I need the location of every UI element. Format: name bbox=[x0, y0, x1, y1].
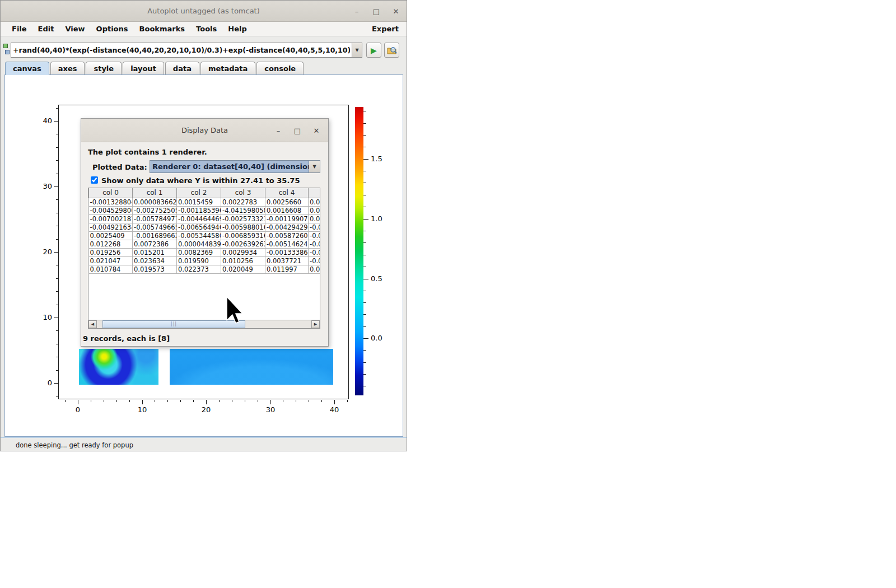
menu-item-help[interactable]: Help bbox=[222, 25, 252, 33]
uri-input[interactable] bbox=[11, 43, 352, 58]
table-col-header[interactable]: col 1 bbox=[133, 188, 177, 198]
scroll-right-icon[interactable]: ▶ bbox=[311, 320, 320, 328]
tab-console[interactable]: console bbox=[256, 62, 304, 75]
table-cell[interactable]: 0.0072386 bbox=[133, 240, 177, 248]
menu-item-options[interactable]: Options bbox=[91, 25, 134, 33]
table-cell[interactable]: -0.004294298... bbox=[265, 223, 309, 231]
tab-data[interactable]: data bbox=[165, 62, 199, 75]
colorbar[interactable] bbox=[355, 107, 363, 395]
table-cell[interactable]: 0.000083662 bbox=[133, 198, 177, 206]
scroll-left-icon[interactable]: ◀ bbox=[88, 320, 97, 328]
go-button[interactable]: ▶ bbox=[366, 43, 381, 58]
title-bar[interactable]: Autoplot untagged (as tomcat) – □ ✕ bbox=[1, 1, 407, 22]
tab-metadata[interactable]: metadata bbox=[200, 62, 255, 75]
table-cell[interactable]: -0.001333864... bbox=[265, 248, 309, 256]
tab-axes[interactable]: axes bbox=[50, 62, 85, 75]
table-cell[interactable]: -0.001199077... bbox=[265, 214, 309, 223]
menu-item-edit[interactable]: Edit bbox=[32, 25, 60, 33]
table-cell[interactable]: -0.0 bbox=[309, 256, 321, 265]
menu-item-file[interactable]: File bbox=[6, 25, 32, 33]
table-cell[interactable]: -0.005784977... bbox=[133, 214, 177, 223]
table-col-header[interactable]: col 4 bbox=[265, 188, 309, 198]
table-col-header[interactable] bbox=[309, 188, 321, 198]
table-cell[interactable]: -0.004529800... bbox=[89, 206, 133, 214]
dialog-maximize-icon[interactable]: □ bbox=[293, 127, 301, 135]
table-row[interactable]: 0.0122680.00723860.000044839-0.002639263… bbox=[89, 240, 321, 248]
table-cell[interactable]: 0.015201 bbox=[133, 248, 177, 256]
y-filter-checkbox[interactable] bbox=[91, 176, 98, 184]
table-cell[interactable]: -4.041598058... bbox=[221, 206, 265, 214]
table-cell[interactable]: -0.001689662... bbox=[133, 231, 177, 240]
table-cell[interactable]: -0.004464469... bbox=[177, 214, 221, 223]
scrollbar-thumb[interactable]: ||| bbox=[102, 320, 245, 328]
table-cell[interactable]: 0.019256 bbox=[89, 248, 133, 256]
table-cell[interactable]: -0.001328804... bbox=[89, 198, 133, 206]
table-row[interactable]: 0.0192560.0152010.00823690.0029934-0.001… bbox=[89, 248, 321, 256]
tab-canvas[interactable]: canvas bbox=[5, 62, 49, 75]
table-col-header[interactable]: col 0 bbox=[89, 188, 133, 198]
minimize-icon[interactable]: – bbox=[353, 7, 361, 16]
table-cell[interactable]: 0.010256 bbox=[221, 256, 265, 265]
plotted-data-combobox[interactable]: Renderer 0: dataset[40,40] (dimension...… bbox=[150, 160, 320, 173]
table-cell[interactable]: 0.023634 bbox=[133, 256, 177, 265]
table-cell[interactable]: 0.0025409 bbox=[89, 231, 133, 240]
dialog-close-icon[interactable]: ✕ bbox=[312, 127, 320, 135]
table-cell[interactable]: 0.0016608 bbox=[265, 206, 309, 214]
table-cell[interactable]: -0.005872606... bbox=[265, 231, 309, 240]
maximize-icon[interactable]: □ bbox=[372, 7, 380, 16]
menu-item-bookmarks[interactable]: Bookmarks bbox=[134, 25, 191, 33]
table-cell[interactable]: 0.00 bbox=[309, 265, 321, 273]
inspect-uri-button[interactable] bbox=[384, 43, 399, 58]
table-cell[interactable]: 0.0025660 bbox=[265, 198, 309, 206]
table-cell[interactable]: 0.000044839 bbox=[177, 240, 221, 248]
table-cell[interactable]: -0.005344580... bbox=[177, 231, 221, 240]
table-cell[interactable]: -0.0 bbox=[309, 240, 321, 248]
table-cell[interactable]: -0.0 bbox=[309, 248, 321, 256]
table-cell[interactable]: 0.020049 bbox=[221, 265, 265, 273]
table-cell[interactable]: 0.011997 bbox=[265, 265, 309, 273]
table-cell[interactable]: -0.005988016... bbox=[221, 223, 265, 231]
horizontal-scrollbar[interactable]: ◀ ||| ▶ bbox=[88, 320, 320, 328]
uri-dropdown-icon[interactable]: ▼ bbox=[352, 43, 362, 58]
table-cell[interactable]: -0.006859316... bbox=[221, 231, 265, 240]
table-cell[interactable]: 0.00 bbox=[309, 214, 321, 223]
table-cell[interactable]: -0.0 bbox=[309, 231, 321, 240]
table-col-header[interactable]: col 2 bbox=[177, 188, 221, 198]
table-cell[interactable]: -0.001185396... bbox=[177, 206, 221, 214]
table-cell[interactable]: 0.022373 bbox=[177, 265, 221, 273]
dialog-minimize-icon[interactable]: – bbox=[274, 127, 282, 135]
table-cell[interactable]: 0.019573 bbox=[133, 265, 177, 273]
tab-style[interactable]: style bbox=[86, 62, 122, 75]
table-cell[interactable]: 0.0022783 bbox=[221, 198, 265, 206]
menu-item-tools[interactable]: Tools bbox=[190, 25, 222, 33]
table-cell[interactable]: -0.006564946... bbox=[177, 223, 221, 231]
table-row[interactable]: -0.001328804...0.0000836620.00154590.002… bbox=[89, 198, 321, 206]
table-row[interactable]: 0.0210470.0236340.0195900.0102560.003772… bbox=[89, 256, 321, 265]
table-cell[interactable]: 0.0029934 bbox=[221, 248, 265, 256]
expert-label[interactable]: Expert bbox=[372, 25, 407, 33]
table-cell[interactable]: 0.021047 bbox=[89, 256, 133, 265]
table-cell[interactable]: -0.0 bbox=[309, 223, 321, 231]
tab-layout[interactable]: layout bbox=[123, 62, 164, 75]
table-cell[interactable]: -0.002639263... bbox=[221, 240, 265, 248]
table-cell[interactable]: 0.012268 bbox=[89, 240, 133, 248]
close-icon[interactable]: ✕ bbox=[392, 7, 400, 16]
table-row[interactable]: -0.004921634...-0.005749665...-0.0065649… bbox=[89, 223, 321, 231]
table-col-header[interactable]: col 3 bbox=[221, 188, 265, 198]
table-cell[interactable]: 0.0082369 bbox=[177, 248, 221, 256]
table-row[interactable]: 0.0025409-0.001689662...-0.005344580...-… bbox=[89, 231, 321, 240]
table-row[interactable]: 0.0107840.0195730.0223730.0200490.011997… bbox=[89, 265, 321, 273]
table-cell[interactable]: 0.0015459 bbox=[177, 198, 221, 206]
table-row[interactable]: -0.004529800...-0.002752505...-0.0011853… bbox=[89, 206, 321, 214]
menu-item-view[interactable]: View bbox=[59, 25, 90, 33]
table-cell[interactable]: 0.00 bbox=[309, 206, 321, 214]
table-cell[interactable]: -0.002573321... bbox=[221, 214, 265, 223]
table-cell[interactable]: 0.019590 bbox=[177, 256, 221, 265]
table-cell[interactable]: 0.010784 bbox=[89, 265, 133, 273]
table-cell[interactable]: 0.00 bbox=[309, 198, 321, 206]
table-cell[interactable]: -0.005146240... bbox=[265, 240, 309, 248]
table-row[interactable]: -0.007002187...-0.005784977...-0.0044644… bbox=[89, 214, 321, 223]
table-cell[interactable]: -0.002752505... bbox=[133, 206, 177, 214]
dialog-title-bar[interactable]: Display Data – □ ✕ bbox=[81, 119, 328, 142]
table-cell[interactable]: -0.007002187... bbox=[89, 214, 133, 223]
